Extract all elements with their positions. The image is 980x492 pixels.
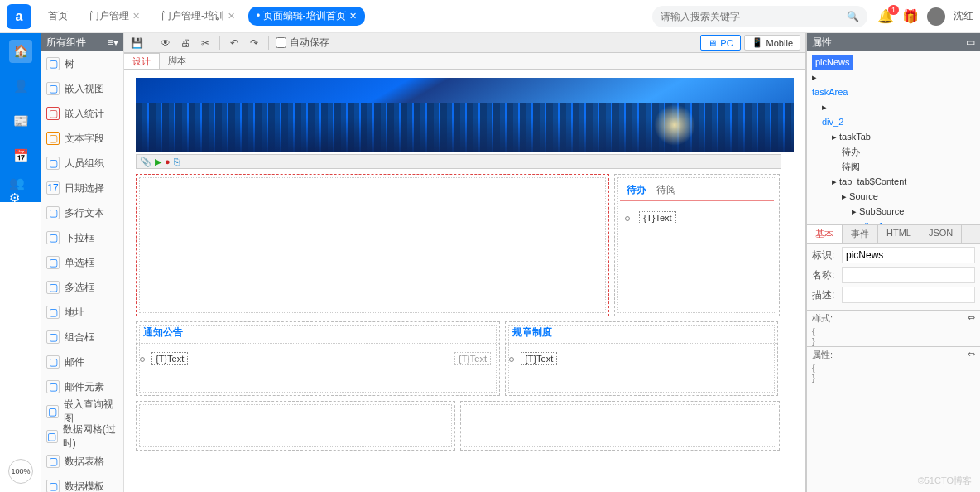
close-icon[interactable]: ✕ (349, 11, 357, 22)
prop-tab[interactable]: HTML (878, 225, 920, 243)
notification-icon[interactable]: 🔔1 (877, 8, 894, 24)
prop-tab[interactable]: 事件 (843, 225, 878, 243)
combo-icon: ▢ (46, 330, 60, 344)
notice-block[interactable]: 通知公告 {T}Text {T}Text (136, 321, 500, 396)
panel-menu-icon[interactable]: ≡▾ (108, 36, 118, 48)
tree-row[interactable]: picNews (812, 55, 975, 70)
tree-row[interactable]: div_1 (812, 219, 975, 225)
rules-block[interactable]: 规章制度 {T}Text (505, 321, 778, 396)
tree-row[interactable]: ▸ SubSource (812, 204, 975, 219)
tree-row[interactable]: ▸ Source (812, 189, 975, 204)
auto-save-toggle[interactable]: 自动保存 (276, 36, 329, 50)
tree-icon: ▢ (46, 57, 60, 70)
text-placeholder[interactable]: {T}Text (521, 352, 557, 365)
tree-row[interactable]: 待办 (812, 144, 975, 159)
id-input[interactable] (842, 247, 975, 263)
prop-tab[interactable]: 基本 (807, 225, 843, 243)
property-panel: 属性 ▭ picNews▸ taskArea▸ div_2▸ taskTab 待… (806, 33, 980, 492)
redo-icon[interactable]: ↷ (247, 36, 262, 51)
stat-icon: ▢ (46, 107, 60, 120)
rail-calendar-icon[interactable]: 📅 (9, 144, 32, 167)
doc-tab[interactable]: 首页 (40, 7, 76, 26)
cut-icon[interactable]: ✂ (198, 36, 213, 51)
tree-row[interactable]: ▸ taskTab (812, 129, 975, 144)
desc-input[interactable] (842, 287, 975, 303)
component-item[interactable]: ▢单选框 (41, 250, 123, 275)
component-item[interactable]: ▢下拉框 (41, 225, 123, 250)
component-item[interactable]: ▢数据模板 (41, 474, 123, 492)
subtab-script[interactable]: 脚本 (160, 53, 195, 69)
component-item-label: 嵌入统计 (65, 107, 104, 121)
avatar[interactable] (927, 7, 945, 26)
panel-max-icon[interactable]: ▭ (966, 36, 975, 48)
designer: 💾 👁 🖨 ✂ ↶ ↷ 自动保存 🖥 PC 📱 Mobile 设计 脚本 (124, 33, 806, 492)
close-icon[interactable]: ✕ (132, 11, 140, 22)
tree-row[interactable]: 待阅 (812, 159, 975, 174)
component-item[interactable]: ▢邮件 (41, 350, 123, 374)
prop-tab[interactable]: JSON (920, 225, 962, 243)
component-panel-title-text: 所有组件 (46, 36, 86, 50)
dot-icon (625, 216, 630, 221)
mode-pc[interactable]: 🖥 PC (700, 35, 740, 51)
component-item[interactable]: ▢地址 (41, 300, 123, 325)
text-placeholder-dim[interactable]: {T}Text (454, 352, 491, 365)
preview-icon[interactable]: 👁 (158, 36, 173, 51)
tab-todo[interactable]: 待办 (627, 183, 646, 197)
print-icon[interactable]: 🖨 (178, 36, 193, 51)
tasktab-block[interactable]: 待办 待阅 {T}Text (614, 174, 780, 316)
auto-save-checkbox[interactable] (276, 37, 286, 48)
tree-row[interactable]: ▸ div_2 (812, 99, 975, 129)
canvas[interactable]: 📎▶●⎘ 待办 待阅 {T}Text 通知公告 (124, 70, 805, 492)
banner-mini-toolbar[interactable]: 📎▶●⎘ (136, 154, 781, 169)
component-item[interactable]: ▢人员组织 (41, 151, 123, 176)
property-panel-title: 属性 ▭ (807, 33, 980, 51)
attr-section[interactable]: 属性:⇔ (807, 346, 980, 363)
date-icon: 17 (46, 181, 60, 195)
rail-home-icon[interactable]: 🏠 (9, 40, 32, 63)
text-placeholder[interactable]: {T}Text (151, 352, 188, 365)
component-item-label: 数据网格(过时) (63, 422, 118, 451)
bottom-block-right[interactable] (460, 401, 780, 451)
component-item[interactable]: ▢嵌入统计 (41, 101, 123, 126)
rail-settings-icon[interactable]: 👥⚙ (9, 179, 32, 202)
undo-icon[interactable]: ↶ (227, 36, 242, 51)
name-input[interactable] (842, 267, 975, 283)
component-item[interactable]: ▢嵌入查询视图 (41, 399, 123, 424)
id-label: 标识: (812, 248, 842, 263)
save-icon[interactable]: 💾 (129, 36, 144, 51)
component-item[interactable]: ▢邮件元素 (41, 374, 123, 399)
rail-news-icon[interactable]: 📰 (9, 109, 32, 133)
search-input[interactable] (661, 11, 847, 22)
dom-tree[interactable]: picNews▸ taskArea▸ div_2▸ taskTab 待办 待阅▸… (807, 51, 980, 225)
component-item[interactable]: ▢组合框 (41, 325, 123, 350)
bottom-block-left[interactable] (136, 401, 455, 451)
tab-toread[interactable]: 待阅 (656, 183, 676, 197)
component-item[interactable]: ▢文本字段 (41, 126, 123, 151)
close-icon[interactable]: ✕ (228, 11, 235, 22)
component-item[interactable]: 17日期选择 (41, 176, 123, 200)
component-item[interactable]: ▢多选框 (41, 275, 123, 300)
doc-tab[interactable]: 门户管理-培训✕ (153, 7, 243, 26)
tree-row[interactable]: ▸ taskArea (812, 70, 975, 99)
selected-block[interactable] (136, 174, 609, 316)
doc-tab[interactable]: 门户管理✕ (81, 7, 148, 26)
rail-user-icon[interactable]: 👤 (9, 75, 32, 98)
check-icon: ▢ (46, 281, 60, 294)
search-box[interactable]: 🔍 (652, 6, 867, 27)
gift-icon[interactable]: 🎁 (902, 8, 919, 24)
component-item[interactable]: ▢嵌入视图 (41, 76, 123, 101)
component-item[interactable]: ▢多行文本 (41, 200, 123, 225)
zoom-badge[interactable]: 100% (8, 459, 33, 484)
name-label: 名称: (812, 268, 842, 282)
tree-row[interactable]: ▸ tab_tab$Content (812, 174, 975, 189)
notice-title: 通知公告 (137, 322, 499, 344)
component-item[interactable]: ▢数据表格 (41, 449, 123, 474)
text-placeholder[interactable]: {T}Text (639, 211, 675, 224)
prop-tabs: 基本事件HTMLJSON (807, 225, 980, 244)
component-item[interactable]: ▢树 (41, 51, 123, 76)
style-section[interactable]: 样式:⇔ (807, 310, 980, 326)
doc-tab[interactable]: • 页面编辑-培训首页✕ (248, 7, 365, 26)
mode-mobile[interactable]: 📱 Mobile (744, 35, 800, 51)
component-item[interactable]: ▢数据网格(过时) (41, 424, 123, 449)
subtab-design[interactable]: 设计 (124, 53, 160, 69)
